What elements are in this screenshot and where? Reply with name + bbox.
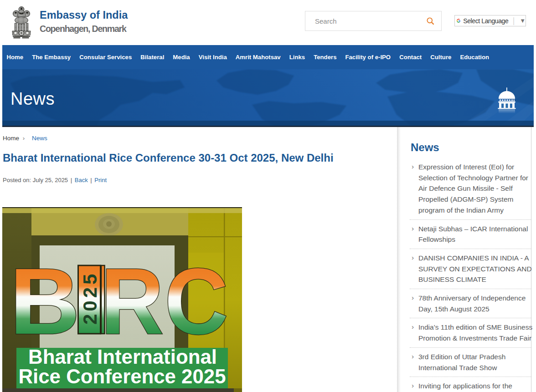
- svg-text:Rice Conference 2025: Rice Conference 2025: [19, 365, 226, 387]
- svg-text:B: B: [10, 249, 80, 354]
- svg-text:2025: 2025: [79, 271, 101, 325]
- svg-text:R: R: [101, 249, 164, 354]
- svg-text:C: C: [165, 249, 228, 353]
